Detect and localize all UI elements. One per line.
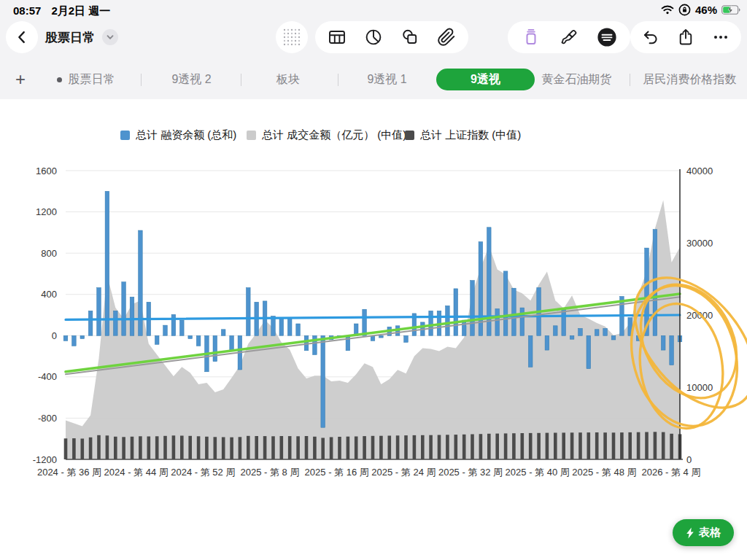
pie-chart-icon <box>364 28 383 47</box>
shapes-insert-button[interactable] <box>395 21 425 53</box>
highlighter-button[interactable] <box>516 21 546 53</box>
financing-bar <box>528 335 533 367</box>
index-bar <box>230 438 233 459</box>
chart-insert-button[interactable] <box>359 21 388 53</box>
financing-bar <box>247 288 251 336</box>
index-bar <box>570 432 574 459</box>
index-bar <box>429 435 433 459</box>
tab-divider <box>630 74 630 86</box>
index-bar <box>654 432 657 459</box>
financing-bar <box>114 311 118 335</box>
x-axis-label: 2025 - 第 16 周 <box>305 467 369 478</box>
legend-label: 总计 融资余额 (总和) <box>136 128 236 142</box>
sheet-tab-bar: + 股票日常9透视 2板块9透视 19透视黄金石油期货居民消费价格指数 <box>0 62 747 97</box>
sheet-tab-5[interactable]: 黄金石油期货 <box>538 62 615 97</box>
index-bar <box>288 436 292 459</box>
index-bar <box>313 437 317 459</box>
index-bar <box>504 433 508 459</box>
highlighter-icon <box>522 28 541 47</box>
combo-chart[interactable]: 160012008004000-400-800-1200400003000020… <box>0 146 747 496</box>
left-axis-tick-label: 0 <box>52 330 57 341</box>
index-bar <box>438 435 441 460</box>
financing-bar <box>429 311 433 335</box>
financing-bar <box>379 335 384 338</box>
media-insert-button[interactable] <box>432 21 461 53</box>
legend-swatch-gray <box>247 131 256 140</box>
index-bar <box>521 433 525 459</box>
index-bar <box>454 435 458 459</box>
legend-item-turnover: 总计 成交金额（亿元） (中值) <box>247 128 406 142</box>
index-bar <box>296 436 300 459</box>
legend-swatch-dark <box>405 131 414 140</box>
right-axis-tick-label: 40000 <box>686 166 713 176</box>
table-button[interactable]: 表格 <box>673 519 734 546</box>
chevron-down-icon <box>106 33 115 42</box>
x-axis-label: 2024 - 第 52 周 <box>171 467 235 478</box>
index-bar <box>487 434 491 459</box>
paperclip-icon <box>437 28 456 47</box>
index-bar <box>620 432 624 459</box>
index-bar <box>537 433 541 459</box>
index-bar <box>280 436 284 459</box>
index-bar <box>662 432 665 459</box>
back-button[interactable] <box>6 21 38 53</box>
legend-item-financing-balance: 总计 融资余额 (总和) <box>120 128 236 142</box>
text-format-icon <box>597 27 617 47</box>
status-bar-left: 08:572月2日 週一 <box>13 4 120 18</box>
index-bar <box>479 434 483 459</box>
battery-percent: 46% <box>695 4 717 16</box>
sheet-tab-2[interactable]: 板块 <box>252 62 325 97</box>
index-bar <box>413 435 417 459</box>
index-bar <box>247 436 250 459</box>
index-bar <box>172 435 176 459</box>
index-bar <box>64 438 68 459</box>
index-bar <box>612 432 616 459</box>
title-menu-button[interactable] <box>102 29 118 45</box>
index-bar <box>131 437 134 459</box>
left-axis-tick-label: 800 <box>41 248 57 259</box>
insert-toolbar-pill <box>315 21 468 53</box>
financing-bar <box>155 335 159 344</box>
index-bar <box>529 433 533 459</box>
table-icon <box>328 28 347 47</box>
sheet-tab-3[interactable]: 9透视 1 <box>349 62 425 97</box>
sheet-tab-4[interactable]: 9透视 <box>436 69 535 90</box>
sheet-tab-6[interactable]: 居民消费价格指数 <box>637 62 743 97</box>
x-axis-label: 2025 - 第 48 周 <box>572 467 636 478</box>
financing-bar <box>454 289 458 335</box>
table-insert-button[interactable] <box>322 21 352 53</box>
financing-bar <box>363 309 367 335</box>
financing-bar <box>63 335 68 341</box>
financing-bar <box>595 330 599 336</box>
more-button[interactable] <box>706 21 735 53</box>
text-format-button[interactable] <box>592 21 622 53</box>
index-bar <box>81 439 85 460</box>
left-axis-tick-label: 1600 <box>36 166 57 176</box>
index-bar <box>114 437 117 459</box>
index-bar <box>263 436 267 459</box>
share-icon <box>676 28 695 47</box>
index-bar <box>603 432 607 459</box>
financing-bar <box>279 319 284 335</box>
financing-bar <box>653 230 657 336</box>
index-bar <box>595 432 599 459</box>
undo-button[interactable] <box>636 21 665 53</box>
sheet-tab-1[interactable]: 9透视 2 <box>150 62 233 97</box>
index-bar <box>446 435 449 459</box>
index-bar <box>188 436 192 459</box>
index-bar <box>404 435 408 459</box>
share-button[interactable] <box>671 21 700 53</box>
sheet-tab-0[interactable]: 股票日常 <box>40 62 131 97</box>
add-sheet-button[interactable]: + <box>7 62 34 97</box>
paintbrush-button[interactable] <box>554 21 584 53</box>
sheet-tab-label: 9透视 2 <box>171 72 211 88</box>
undo-icon <box>641 28 660 47</box>
dots-grid-button[interactable] <box>276 21 308 53</box>
document-title: 股票日常 <box>45 29 95 46</box>
tab-divider <box>141 74 142 86</box>
financing-bar <box>321 335 325 427</box>
right-axis-tick-label: 10000 <box>686 382 713 393</box>
index-bar <box>163 436 167 459</box>
right-axis-tick-label: 0 <box>686 454 692 465</box>
index-bar <box>546 433 549 459</box>
